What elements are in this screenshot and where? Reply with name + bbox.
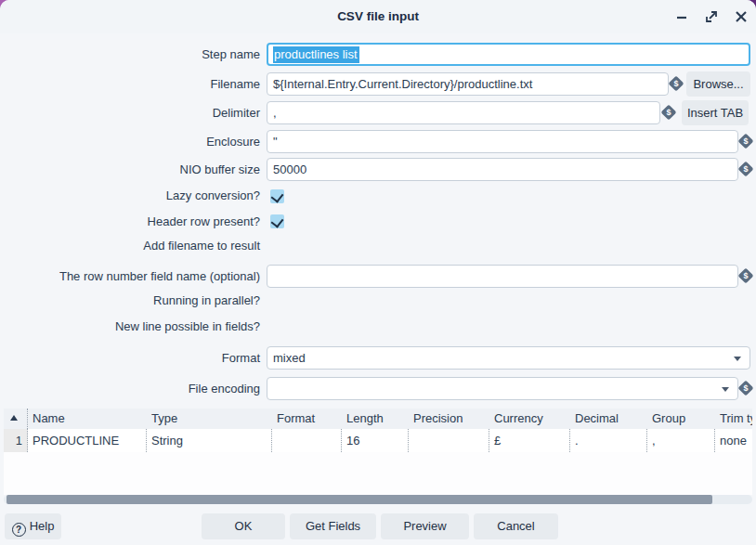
close-icon[interactable] (735, 10, 748, 23)
help-button[interactable]: ?Help (5, 513, 61, 539)
column-header-type[interactable]: Type (147, 409, 272, 429)
cell-trim-type[interactable]: none (715, 429, 752, 452)
column-header-length[interactable]: Length (342, 409, 409, 429)
lazy-conversion-label: Lazy conversion? (0, 184, 260, 207)
cell-name[interactable]: PRODUCTLINE (28, 429, 147, 452)
column-header-currency[interactable]: Currency (489, 409, 570, 429)
table-row[interactable]: 1 PRODUCTLINE String 16 £ . , none (4, 429, 752, 452)
minimize-icon[interactable] (675, 10, 688, 23)
column-header-format[interactable]: Format (272, 409, 342, 429)
new-line-possible-label: New line possible in fields? (0, 315, 260, 338)
scrollbar-thumb[interactable] (7, 495, 712, 504)
cell-currency[interactable]: £ (489, 429, 570, 452)
enclosure-label: Enclosure (0, 130, 260, 153)
header-row-present-checkbox[interactable] (270, 214, 284, 228)
browse-button[interactable]: Browse... (686, 71, 750, 97)
new-line-possible-checkbox[interactable] (270, 320, 284, 334)
format-value: mixed (273, 351, 306, 365)
dialog-title: CSV file input (0, 0, 756, 33)
insert-tab-button[interactable]: Insert TAB (682, 100, 749, 125)
question-mark-icon: ? (12, 523, 26, 537)
cell-group[interactable]: , (647, 429, 715, 452)
cancel-button[interactable]: Cancel (474, 513, 558, 539)
row-number-field-name-input[interactable] (267, 265, 738, 288)
column-header-name[interactable]: Name (28, 409, 147, 429)
ok-button[interactable]: OK (202, 513, 285, 539)
variable-icon: $ (738, 162, 754, 177)
horizontal-scrollbar[interactable] (4, 495, 752, 504)
filename-label: Filename (0, 72, 260, 96)
cell-format[interactable] (272, 429, 342, 452)
header-row-present-label: Header row present? (0, 210, 260, 233)
csv-file-input-dialog: CSV file input Step name productlines li… (0, 0, 756, 545)
row-number-cell: 1 (4, 429, 28, 452)
cell-length[interactable]: 16 (342, 429, 409, 452)
table-header-row[interactable]: Name Type Format Length Precision Curren… (4, 409, 752, 429)
running-in-parallel-checkbox[interactable] (270, 294, 284, 308)
cell-type[interactable]: String (147, 429, 272, 452)
chevron-down-icon (734, 357, 741, 361)
file-encoding-label: File encoding (0, 377, 260, 400)
delimiter-label: Delimiter (0, 101, 260, 124)
row-number-field-name-label: The row number field name (optional) (0, 265, 260, 288)
add-filename-to-result-checkbox[interactable] (270, 240, 284, 253)
cell-precision[interactable] (409, 429, 489, 452)
enclosure-input[interactable]: " (267, 130, 738, 153)
variable-icon: $ (661, 105, 677, 121)
desktop-background: CSV file input Step name productlines li… (0, 0, 756, 545)
file-encoding-dropdown[interactable] (267, 377, 738, 400)
sort-ascending-icon (10, 415, 18, 421)
cell-decimal[interactable]: . (570, 429, 647, 452)
chevron-down-icon (722, 387, 729, 392)
variable-icon: $ (738, 381, 754, 396)
column-header-trim-type[interactable]: Trim type (715, 409, 752, 429)
nio-buffer-size-label: NIO buffer size (0, 158, 260, 181)
variable-icon: $ (669, 76, 684, 92)
fields-table: Name Type Format Length Precision Curren… (4, 409, 752, 495)
filename-input[interactable]: ${Internal.Entry.Current.Directory}/prod… (267, 72, 669, 96)
format-dropdown[interactable]: mixed (267, 346, 750, 370)
lazy-conversion-checkbox[interactable] (270, 189, 284, 203)
format-label: Format (0, 346, 260, 370)
variable-icon: $ (738, 134, 754, 149)
column-header-decimal[interactable]: Decimal (570, 409, 647, 429)
title-bar[interactable]: CSV file input (0, 0, 756, 33)
get-fields-button[interactable]: Get Fields (290, 513, 376, 539)
maximize-icon[interactable] (705, 10, 718, 23)
variable-icon: $ (738, 268, 754, 284)
running-in-parallel-label: Running in parallel? (0, 289, 260, 312)
nio-buffer-size-input[interactable]: 50000 (267, 158, 738, 181)
column-header-precision[interactable]: Precision (409, 409, 489, 429)
sort-column-header[interactable] (4, 409, 28, 429)
preview-button[interactable]: Preview (381, 513, 469, 539)
help-label: Help (30, 519, 55, 533)
add-filename-to-result-label: Add filename to result (0, 234, 260, 257)
column-header-group[interactable]: Group (647, 409, 715, 429)
step-name-input[interactable]: productlines list (267, 43, 750, 66)
delimiter-input[interactable]: , (267, 101, 660, 124)
step-name-label: Step name (0, 43, 260, 66)
selected-text: productlines list (273, 46, 359, 63)
